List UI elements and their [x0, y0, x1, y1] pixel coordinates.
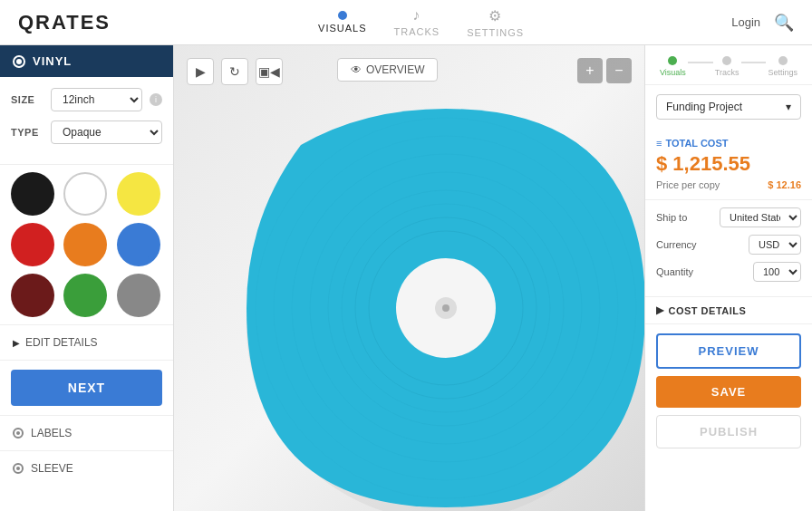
tab-visuals[interactable]: VISUALS: [318, 11, 366, 34]
progress-dot-tracks: [722, 56, 731, 65]
config-rows: Ship to United State UK EU Currency USD …: [645, 200, 812, 297]
tab-tracks[interactable]: ♪ TRACKS: [394, 7, 440, 37]
publish-button: PUBLISH: [656, 415, 801, 448]
header-right: Login 🔍: [731, 13, 794, 33]
zoom-in-button[interactable]: +: [577, 58, 603, 83]
search-icon[interactable]: 🔍: [774, 13, 794, 33]
color-swatch-darkred[interactable]: [11, 274, 54, 317]
color-swatch-green[interactable]: [63, 274, 107, 317]
vinyl-header: VINYL: [0, 45, 173, 77]
labels-dot: [13, 428, 24, 439]
color-swatch-gray[interactable]: [117, 274, 160, 317]
main: VINYL SIZE 12inch 10inch 7inch i TYPE Op…: [0, 45, 812, 511]
size-label: SIZE: [11, 94, 44, 105]
progress-dot-visuals: [668, 56, 677, 65]
tab-tracks-label: TRACKS: [394, 26, 440, 37]
labels-label: LABELS: [31, 427, 72, 439]
zoom-out-button[interactable]: −: [606, 58, 632, 83]
vinyl-visual: [228, 91, 644, 511]
progress-tracks-label: Tracks: [715, 68, 740, 77]
total-cost-amount: $ 1,215.55: [656, 152, 801, 176]
edit-details[interactable]: ▶ EDIT DETAILS: [0, 325, 173, 361]
logo: QRATES: [18, 11, 111, 34]
tab-visuals-label: VISUALS: [318, 23, 366, 34]
color-swatch-red[interactable]: [11, 223, 54, 266]
type-row: TYPE Opaque Transparent Splatter: [11, 121, 162, 144]
rotate-button[interactable]: ↻: [221, 58, 248, 85]
progress-settings: Settings: [768, 56, 798, 77]
save-button[interactable]: SAVE: [656, 376, 801, 408]
sleeve-label: SLEEVE: [31, 462, 73, 475]
currency-label: Currency: [656, 239, 697, 250]
overview-button[interactable]: 👁 OVERVIEW: [337, 58, 438, 82]
login-link[interactable]: Login: [731, 15, 760, 29]
edit-details-arrow: ▶: [13, 338, 20, 348]
progress-line-1: [688, 62, 713, 63]
chevron-down-icon: ▾: [786, 101, 791, 113]
visuals-dot: [338, 11, 347, 20]
color-swatch-black[interactable]: [11, 172, 54, 216]
funding-label: Funding Project: [666, 101, 742, 113]
progress-dots: Visuals Tracks Settings: [645, 45, 812, 85]
sidebar-options: SIZE 12inch 10inch 7inch i TYPE Opaque T…: [0, 77, 173, 165]
play-button[interactable]: ▶: [187, 58, 214, 85]
color-swatch-white[interactable]: [63, 172, 107, 216]
cost-details-arrow: ▶: [656, 304, 664, 316]
canvas-toolbar: ▶ ↻ ▣◀: [187, 58, 283, 85]
size-select[interactable]: 12inch 10inch 7inch: [51, 88, 142, 111]
total-cost-label: ≡ TOTAL COST: [656, 138, 801, 149]
vinyl-svg: [228, 91, 644, 511]
price-per-copy-label: Price per copy: [656, 179, 720, 190]
zoom-controls: + −: [577, 58, 632, 83]
header: QRATES VISUALS ♪ TRACKS ⚙ SETTINGS Login…: [0, 0, 812, 45]
progress-visuals: Visuals: [660, 56, 686, 77]
edit-details-label: EDIT DETAILS: [25, 336, 98, 349]
color-swatch-blue[interactable]: [117, 223, 160, 266]
cost-details-label: COST DETAILS: [669, 305, 747, 316]
progress-line-2: [741, 62, 767, 63]
tab-settings-label: SETTINGS: [467, 27, 524, 38]
action-buttons: PREVIEW SAVE PUBLISH: [645, 324, 812, 458]
progress-dot-settings: [778, 56, 788, 65]
type-select[interactable]: Opaque Transparent Splatter: [51, 121, 162, 144]
next-button[interactable]: NEXT: [11, 370, 162, 406]
preview-button[interactable]: PREVIEW: [656, 333, 801, 369]
progress-settings-label: Settings: [768, 68, 798, 77]
ship-to-label: Ship to: [656, 212, 687, 223]
funding-dropdown[interactable]: Funding Project ▾: [656, 94, 801, 120]
progress-tracks: Tracks: [715, 56, 740, 77]
tracks-icon: ♪: [412, 7, 420, 24]
total-cost-icon: ≡: [656, 138, 662, 149]
canvas-area: ▶ ↻ ▣◀ 👁 OVERVIEW + −: [174, 45, 644, 511]
frame-button[interactable]: ▣◀: [256, 58, 283, 85]
labels-section[interactable]: LABELS: [0, 415, 173, 450]
currency-row: Currency USD EUR GBP: [656, 235, 801, 255]
settings-icon: ⚙: [488, 7, 502, 24]
quantity-label: Quantity: [656, 266, 693, 277]
tab-settings[interactable]: ⚙ SETTINGS: [467, 7, 524, 38]
quantity-select[interactable]: 100 150 200 300 500: [753, 262, 801, 282]
overview-label: OVERVIEW: [366, 63, 424, 76]
currency-select[interactable]: USD EUR GBP: [749, 235, 801, 255]
color-swatches: [0, 165, 173, 325]
eye-icon: 👁: [351, 63, 362, 76]
color-swatch-orange[interactable]: [63, 223, 107, 266]
color-swatch-yellow[interactable]: [117, 172, 160, 216]
type-label: TYPE: [11, 127, 44, 138]
total-cost-section: ≡ TOTAL COST $ 1,215.55 Price per copy $…: [645, 129, 812, 200]
price-per-copy-value: $ 12.16: [768, 179, 801, 190]
svg-point-4: [442, 304, 450, 312]
size-info-icon[interactable]: i: [150, 93, 162, 106]
ship-to-row: Ship to United State UK EU: [656, 207, 801, 227]
sleeve-dot: [13, 463, 24, 474]
sidebar: VINYL SIZE 12inch 10inch 7inch i TYPE Op…: [0, 45, 174, 511]
price-per-copy: Price per copy $ 12.16: [656, 179, 801, 190]
cost-details-header[interactable]: ▶ COST DETAILS: [645, 297, 812, 324]
sleeve-section[interactable]: SLEEVE: [0, 450, 173, 486]
total-cost-text: TOTAL COST: [665, 138, 728, 149]
vinyl-label: VINYL: [33, 54, 72, 68]
progress-visuals-label: Visuals: [660, 68, 686, 77]
quantity-row: Quantity 100 150 200 300 500: [656, 262, 801, 282]
vinyl-dot: [13, 55, 25, 68]
ship-to-select[interactable]: United State UK EU: [720, 207, 801, 227]
